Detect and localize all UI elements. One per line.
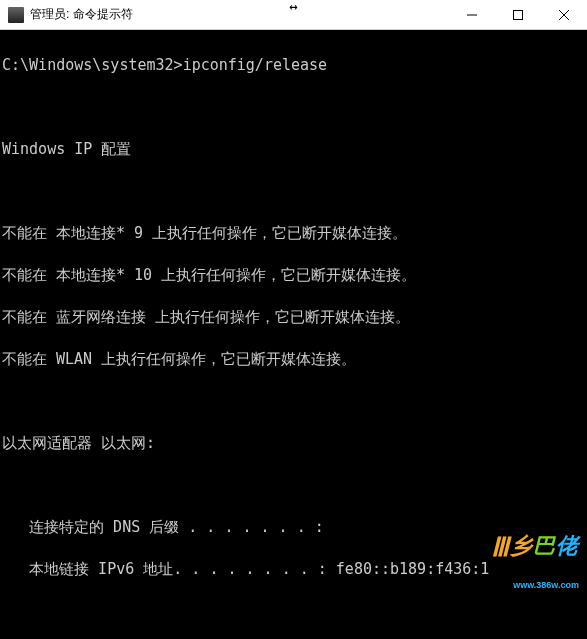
window-title: 管理员: 命令提示符	[30, 6, 133, 23]
terminal-line	[2, 181, 587, 202]
terminal-line: 以太网适配器 以太网:	[2, 433, 587, 454]
close-button[interactable]	[541, 0, 587, 30]
window-titlebar[interactable]: 管理员: 命令提示符 ↔	[0, 0, 587, 30]
terminal-line	[2, 97, 587, 118]
terminal-line: 本地链接 IPv6 地址. . . . . . . . : fe80::b189…	[2, 559, 587, 580]
command-text: ipconfig/release	[183, 56, 328, 74]
terminal-line	[2, 475, 587, 496]
svg-rect-1	[514, 11, 523, 20]
terminal-line: 连接特定的 DNS 后缀 . . . . . . . :	[2, 517, 587, 538]
watermark-char: Ⅲ	[491, 533, 510, 562]
terminal-line	[2, 391, 587, 412]
minimize-button[interactable]	[449, 0, 495, 30]
terminal-line: Windows IP 配置	[2, 139, 587, 160]
prompt-text: C:\Windows\system32>	[2, 56, 183, 74]
maximize-button[interactable]	[495, 0, 541, 30]
resize-indicator-icon: ↔	[289, 0, 297, 14]
window-controls	[449, 0, 587, 30]
terminal-output[interactable]: C:\Windows\system32>ipconfig/release Win…	[0, 30, 587, 639]
terminal-line: 不能在 本地连接* 9 上执行任何操作，它已断开媒体连接。	[2, 223, 587, 244]
terminal-line	[2, 601, 587, 622]
terminal-line: 不能在 本地连接* 10 上执行任何操作，它已断开媒体连接。	[2, 265, 587, 286]
terminal-line: C:\Windows\system32>ipconfig/release	[2, 55, 587, 76]
terminal-line: 不能在 蓝牙网络连接 上执行任何操作，它已断开媒体连接。	[2, 307, 587, 328]
terminal-line: 不能在 WLAN 上执行任何操作，它已断开媒体连接。	[2, 349, 587, 370]
cmd-icon	[8, 7, 24, 23]
